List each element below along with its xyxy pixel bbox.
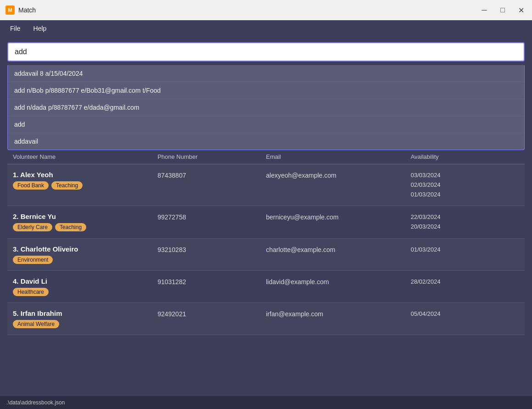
volunteer-name: 1. Alex Yeoh (13, 171, 157, 179)
tags: Elderly CareTeaching (13, 223, 157, 231)
table-header: Volunteer Name Phone Number Email Availa… (7, 150, 525, 164)
volunteer-name: 2. Bernice Yu (13, 213, 157, 220)
volunteer-name: 5. Irfan Ibrahim (13, 309, 157, 317)
tags: Animal Welfare (13, 320, 157, 328)
tag: Teaching (51, 181, 83, 190)
availability-cell: 05/04/2024 (410, 309, 519, 319)
email-cell: lidavid@example.com (266, 277, 410, 286)
email-cell: alexyeoh@example.com (266, 171, 410, 179)
title-bar: M Match ─ □ ✕ (0, 0, 532, 20)
autocomplete-item-2[interactable]: add n/dada p/88787677 e/dada@gmail.com (8, 99, 524, 116)
status-bar: .\data\addressbook.json (0, 396, 532, 409)
tag: Healthcare (13, 288, 49, 296)
tag: Animal Welfare (13, 320, 59, 328)
title-bar-controls: ─ □ ✕ (479, 5, 526, 16)
phone-cell: 92492021 (157, 309, 266, 318)
autocomplete-item-3[interactable]: add (8, 116, 524, 133)
phone-cell: 99272758 (157, 213, 266, 221)
autocomplete-dropdown: addavail 8 a/15/04/2024 add n/Bob p/8888… (7, 65, 525, 150)
tag: Teaching (55, 223, 86, 231)
tags: Environment (13, 256, 157, 264)
phone-cell: 93210283 (157, 245, 266, 253)
menu-item-help[interactable]: Help (27, 22, 53, 35)
availability-cell: 03/03/2024 02/03/2024 01/03/2024 (410, 171, 519, 199)
app-icon: M (6, 6, 15, 15)
tag: Elderly Care (13, 223, 52, 231)
table-container: Volunteer Name Phone Number Email Availa… (0, 144, 532, 396)
col-header-availability: Availability (410, 153, 519, 160)
menu-bar: File Help (0, 20, 532, 37)
autocomplete-item-1[interactable]: add n/Bob p/88887677 e/Bob31@gmail.com t… (8, 82, 524, 99)
tags: Healthcare (13, 288, 157, 296)
search-input[interactable] (7, 42, 525, 62)
volunteer-name: 3. Charlotte Oliveiro (13, 245, 157, 253)
main-content: addavail 8 a/15/04/2024 add n/Bob p/8888… (0, 37, 532, 396)
maximize-button[interactable]: □ (497, 5, 508, 16)
phone-cell: 91031282 (157, 277, 266, 286)
col-header-email: Email (266, 153, 410, 160)
phone-cell: 87438807 (157, 171, 266, 179)
search-area (0, 37, 532, 62)
col-header-phone: Phone Number (157, 153, 266, 160)
app-title: Match (18, 6, 36, 14)
col-header-name: Volunteer Name (13, 153, 157, 160)
email-cell: charlotte@example.com (266, 245, 410, 253)
close-button[interactable]: ✕ (515, 5, 526, 16)
status-text: .\data\addressbook.json (6, 399, 65, 406)
autocomplete-item-4[interactable]: addavail (8, 133, 524, 150)
email-cell: berniceyu@example.com (266, 213, 410, 221)
title-bar-left: M Match (6, 6, 36, 15)
autocomplete-item-0[interactable]: addavail 8 a/15/04/2024 (8, 65, 524, 82)
email-cell: irfan@example.com (266, 309, 410, 318)
availability-cell: 22/03/2024 20/03/2024 (410, 213, 519, 232)
table-row[interactable]: 2. Bernice YuElderly CareTeaching9927275… (7, 206, 525, 239)
tags: Food BankTeaching (13, 181, 157, 190)
minimize-button[interactable]: ─ (479, 5, 490, 16)
table-body: 1. Alex YeohFood BankTeaching87438807ale… (7, 164, 525, 391)
tag: Food Bank (13, 181, 49, 190)
table-row[interactable]: 5. Irfan IbrahimAnimal Welfare92492021ir… (7, 303, 525, 335)
table-row[interactable]: 1. Alex YeohFood BankTeaching87438807ale… (7, 164, 525, 206)
availability-cell: 01/03/2024 (410, 245, 519, 255)
tag: Environment (13, 256, 53, 264)
table-row[interactable]: 3. Charlotte OliveiroEnvironment93210283… (7, 239, 525, 271)
menu-item-file[interactable]: File (4, 22, 27, 35)
table-row[interactable]: 4. David LiHealthcare91031282lidavid@exa… (7, 271, 525, 303)
availability-cell: 28/02/2024 (410, 277, 519, 287)
volunteer-name: 4. David Li (13, 277, 157, 285)
